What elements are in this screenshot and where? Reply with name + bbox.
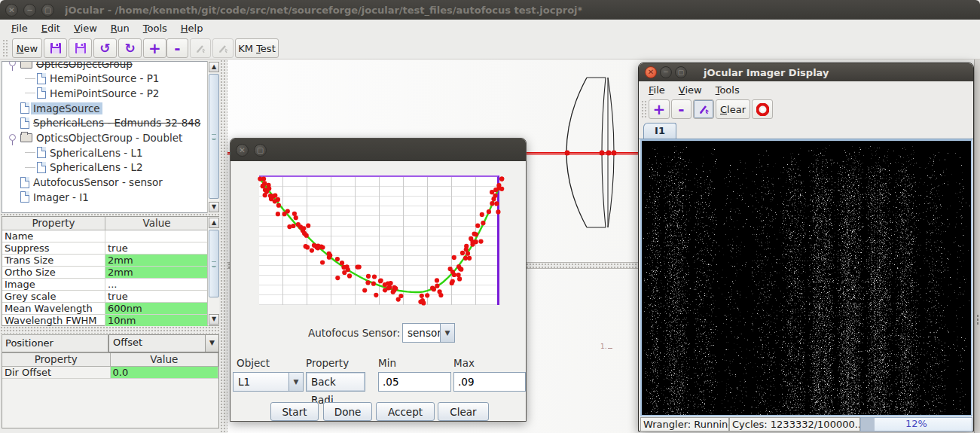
scroll-up-icon[interactable]: ▲ <box>209 218 219 228</box>
table-row[interactable]: Suppresstrue <box>2 242 218 255</box>
tree-scroll-thumb[interactable] <box>209 74 219 199</box>
tree-item-imager-i1[interactable]: Imager - I1 <box>2 190 91 204</box>
table-row[interactable]: Dir Offset0.0 <box>2 367 218 379</box>
cell-value[interactable]: 10nm <box>105 315 209 326</box>
cell-value[interactable]: 600nm <box>105 303 209 314</box>
cell-value[interactable]: 0.0 <box>111 367 219 378</box>
positioner-select[interactable]: Offset ▼ <box>108 334 219 352</box>
tree-item-sphericallens-edmunds-32-848[interactable]: SphericalLens - Edmunds 32-848 <box>2 116 203 130</box>
remove-icon[interactable]: - <box>671 99 691 119</box>
tree-item-sphericallens-l1[interactable]: SphericalLens - L1 <box>2 145 145 160</box>
remove-icon[interactable]: - <box>166 38 188 58</box>
imager-menu-file[interactable]: File <box>642 83 672 97</box>
table-row[interactable]: Grey scaletrue <box>2 291 218 303</box>
minimize-icon[interactable]: ─ <box>660 66 672 78</box>
cell-value[interactable]: true <box>105 291 209 302</box>
panel-splitter[interactable] <box>220 59 227 433</box>
cell-property: Suppress <box>2 242 105 254</box>
add-icon[interactable]: + <box>143 38 166 58</box>
property-table-scrollbar[interactable]: ▲ ▼ <box>207 217 219 325</box>
table-row[interactable]: Name <box>2 230 218 242</box>
table-row[interactable]: Mean Wavelength600nm <box>2 303 218 315</box>
main-window-title: jOcular - /home/kenneth/git/code/src/net… <box>65 5 582 16</box>
main-menubar: FileEditViewRunToolsHelp <box>0 20 980 36</box>
positioner-table[interactable]: Property Value Dir Offset0.0 <box>2 352 219 428</box>
optics-object-tree[interactable]: OpticsObjectGroupHemiPointSource - P1Hem… <box>2 61 219 213</box>
column-header-value: Value <box>111 353 219 366</box>
edit-icon[interactable] <box>693 99 714 119</box>
scroll-down-icon[interactable]: ▼ <box>209 314 219 325</box>
maximize-icon[interactable]: ▢ <box>41 4 54 17</box>
menu-tools[interactable]: Tools <box>136 21 174 35</box>
property-button[interactable]: Back Radi... <box>306 372 365 392</box>
save-as-icon[interactable] <box>69 38 92 58</box>
chevron-down-icon: ▼ <box>205 335 218 352</box>
tree-item-autofocussensor-sensor[interactable]: AutofocusSensor - sensor <box>2 175 165 190</box>
clear-button[interactable]: Clear <box>716 99 750 119</box>
sensor-noise-image <box>642 141 971 415</box>
menu-run[interactable]: Run <box>104 21 136 35</box>
property-table[interactable]: Property Value NameSuppresstrueTrans Siz… <box>2 216 219 326</box>
tree-item-sphericallens-l2[interactable]: SphericalLens - L2 <box>2 160 145 175</box>
object-select[interactable]: L1 ▼ <box>233 372 304 392</box>
accept-button[interactable]: Accept <box>376 402 435 421</box>
doc-icon <box>37 162 46 173</box>
tree-item-label: SphericalLens - Edmunds 32-848 <box>31 117 203 129</box>
stop-icon[interactable] <box>752 99 773 119</box>
tree-expand-toggle-icon[interactable] <box>9 134 16 141</box>
cell-value[interactable]: 2mm <box>105 255 209 266</box>
toolbar-drag-handle[interactable] <box>2 39 9 57</box>
tab-i1[interactable]: I1 <box>643 123 676 139</box>
scroll-up-icon[interactable]: ▲ <box>209 62 219 72</box>
maximize-icon[interactable]: ▢ <box>675 66 687 78</box>
sensor-select[interactable]: sensor ▼ <box>402 323 455 343</box>
redo-icon[interactable]: ↻ <box>118 38 142 58</box>
table-row[interactable]: Ortho Size2mm <box>2 267 218 279</box>
tree-item-label: Imager - I1 <box>31 191 91 203</box>
maximize-icon[interactable]: ▢ <box>254 144 267 157</box>
tree-item-hemipointsource-p1[interactable]: HemiPointSource - P1 <box>2 72 161 86</box>
tree-scrollbar[interactable]: ▲ ▼ <box>207 61 219 213</box>
tree-item-opticsobjectgroup-doublet[interactable]: OpticsObjectGroup - Doublet <box>2 131 185 145</box>
table-row[interactable]: Image... <box>2 279 218 291</box>
cell-value[interactable]: 2mm <box>105 267 209 278</box>
table-row[interactable]: Wavelength FWHM10nm <box>2 315 218 327</box>
km-test-button[interactable]: KM Test <box>235 38 279 58</box>
tree-item-imagesource[interactable]: ImageSource <box>2 101 102 115</box>
done-button[interactable]: Done <box>323 402 372 421</box>
property-scroll-thumb[interactable] <box>209 230 219 297</box>
imager-titlebar: ✕ ─ ▢ jOcular Imager Display <box>639 63 973 81</box>
tree-item-label: OpticsObjectGroup - Doublet <box>34 132 185 144</box>
doublet-lens-drawing[interactable] <box>555 72 627 233</box>
right-splitter[interactable] <box>974 59 980 433</box>
save-icon[interactable] <box>44 38 67 58</box>
menu-help[interactable]: Help <box>174 21 210 35</box>
imager-menu-tools[interactable]: Tools <box>709 83 746 97</box>
table-row[interactable]: Trans Size2mm <box>2 255 218 267</box>
menu-edit[interactable]: Edit <box>35 21 67 35</box>
min-input[interactable] <box>378 372 451 392</box>
start-button[interactable]: Start <box>270 402 319 421</box>
minimize-icon[interactable]: ─ <box>23 4 36 17</box>
toolbar-drag-handle[interactable] <box>641 100 648 118</box>
new-button[interactable]: New <box>12 38 42 58</box>
scroll-down-icon[interactable]: ▼ <box>209 202 219 212</box>
add-icon[interactable]: + <box>649 99 670 119</box>
sensor-image-display[interactable] <box>640 139 972 416</box>
close-icon[interactable]: ✕ <box>236 144 249 157</box>
cell-value[interactable]: ... <box>105 279 209 290</box>
menu-view[interactable]: View <box>67 21 104 35</box>
max-input[interactable] <box>453 372 526 392</box>
cell-value[interactable] <box>105 230 209 242</box>
undo-icon[interactable]: ↺ <box>93 38 117 58</box>
autofocus-dialog-titlebar: ✕ ▢ <box>230 139 526 161</box>
imager-menu-view[interactable]: View <box>672 83 709 97</box>
cell-value[interactable]: true <box>105 242 209 254</box>
tree-expand-toggle-icon[interactable] <box>9 61 16 66</box>
menu-file[interactable]: File <box>5 21 35 35</box>
close-icon[interactable]: ✕ <box>645 66 657 78</box>
tree-item-opticsobjectgroup[interactable]: OpticsObjectGroup <box>2 61 135 71</box>
clear-button[interactable]: Clear <box>438 402 489 421</box>
close-icon[interactable]: ✕ <box>5 4 18 17</box>
tree-item-hemipointsource-p2[interactable]: HemiPointSource - P2 <box>2 86 161 100</box>
